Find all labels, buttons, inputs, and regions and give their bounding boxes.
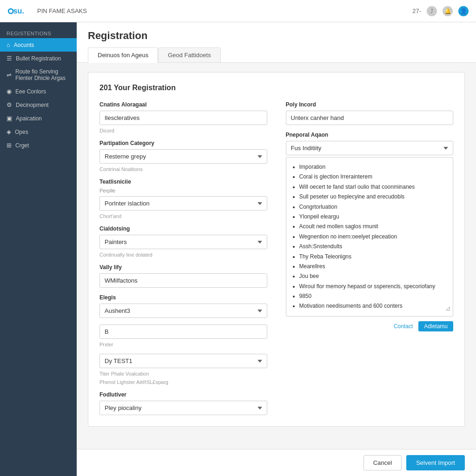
sidebar-item-route-serving[interactable]: ⇌ Route fio Serving Flenter Dhicle Argas (0, 65, 77, 85)
adletamu-button[interactable]: Adletamu (418, 321, 453, 331)
cnatins-hint: Dicord (99, 128, 267, 133)
bottom-bar: Cancel Selvent Import (77, 449, 476, 476)
page-header: Registration Deinuos fon Ageus Geod Fatt… (77, 22, 476, 63)
bullet-item: Assh:Snstendults (299, 242, 448, 251)
teatlisniciie-sublabel: Perplle (99, 188, 267, 193)
elegis-select[interactable]: Aushent3 (99, 304, 267, 318)
vally-lify-label: Vally lify (99, 264, 267, 271)
app-icon: ▣ (7, 115, 12, 122)
participation-hint: Contrinai Noaltions (99, 166, 267, 172)
bullet-item: Thy Reba Teleoriigns (299, 252, 448, 261)
bullet-item: Imporation (299, 162, 448, 172)
participation-group: Partipation Category Resterne grepy Cont… (99, 140, 267, 172)
teatlisniciie-hint: Chort'and (99, 213, 267, 219)
submit-button[interactable]: Selvent Import (406, 455, 465, 470)
route-icon: ⇌ (7, 72, 12, 79)
cnatins-input[interactable] (99, 111, 267, 125)
form-card-title: 201 Your Registration (99, 84, 453, 92)
bullet-item: Will oecert te fand starl oulio that coo… (299, 182, 448, 192)
sidebar-item-fee-colors[interactable]: ◉ Eee Conlors (0, 85, 77, 98)
home-icon: ⌂ (7, 41, 10, 48)
bullet-box-footer: Contact Adletamu (286, 321, 454, 331)
topbar-user-badge: 27- (412, 7, 421, 14)
contact-button[interactable]: Contact (391, 322, 416, 331)
fodlutiver-label: Fodlutiver (99, 391, 267, 398)
form-grid: Cnatins Aloragaal Dicord Partipation Cat… (99, 101, 453, 415)
bullet-box: Imporation Coral is glection Irrerainter… (286, 157, 454, 317)
sidebar-item-label: Bullet Registration (16, 55, 61, 62)
dy-hint2: Phenol Lighster Ait#ISL£sparg (99, 379, 267, 385)
list-icon: ☰ (7, 55, 12, 62)
sidebar-item-label: Opes (15, 129, 28, 135)
field-b-hint: Prxter (99, 342, 267, 347)
sidebar-item-label: Eee Conlors (15, 88, 46, 95)
user-icon[interactable]: 👤 (458, 6, 469, 16)
pneporal-group: Pneporal Aqaon Fus Inditiity Imporation … (286, 132, 454, 331)
bullet-list: Imporation Coral is glection Irrerainter… (292, 162, 448, 311)
bullet-item: 9850 (299, 291, 448, 301)
teatlisniciie-label: Teatlisniciie (99, 178, 267, 185)
dy-group: Dy TEST1 Titer Phale Voalcation Phenol L… (99, 354, 267, 385)
poly-incord-group: Poly Incord (286, 101, 454, 125)
elegis-label: Elegis (99, 294, 267, 301)
sidebar-section-title: Registentions (0, 26, 77, 38)
cnatins-label: Cnatins Aloragaal (99, 101, 267, 108)
tab-geod[interactable]: Geod Fattidoets (158, 47, 221, 62)
bullet-item: Motivation needisuments and 600 conters (299, 301, 448, 311)
bell-icon[interactable]: 🔔 (443, 6, 453, 16)
sidebar-item-decinopment[interactable]: ⚙ Decinopment (0, 98, 77, 112)
topbar-actions: 27- ⤴ 🔔 👤 (412, 6, 469, 16)
field-b-input[interactable] (99, 324, 267, 339)
dy-hint1: Titer Phale Voalcation (99, 371, 267, 377)
sidebar-item-label: Decinopment (16, 102, 49, 108)
sidebar-item-accounts[interactable]: ⌂ Aocunts (0, 38, 77, 52)
dy-select[interactable]: Dy TEST1 (99, 354, 267, 368)
elegis-group: Elegis Aushent3 (99, 294, 267, 318)
sidebar-item-label: Crget (15, 142, 29, 149)
pneporal-label: Pneporal Aqaon (286, 132, 454, 138)
bullet-item: Coral is glection Irrerainterem (299, 172, 448, 181)
svg-text:su.ts: su.ts (13, 7, 24, 15)
sidebar-item-opes[interactable]: ◈ Opes (0, 125, 77, 139)
topbar: su.ts PIN FAME ASAKS 27- ⤴ 🔔 👤 (0, 0, 476, 22)
bullet-item: Wiroul flor memory hepasd or ssperencls,… (299, 282, 448, 291)
sidebar-item-label: Route fio Serving Flenter Dhicle Argas (15, 68, 70, 81)
bullet-item: Ylonpeil eleargu (299, 212, 448, 221)
tabs: Deinuos fon Ageus Geod Fattidoets (88, 47, 465, 62)
bullet-item: Mearellres (299, 262, 448, 271)
bullet-item: Sull peseter uo freplecyine and erecudob… (299, 192, 448, 201)
teatlisniciie-group: Teatlisniciie Perplle PorInter islaction… (99, 178, 267, 219)
vally-lify-group: Vally lify (99, 264, 267, 288)
bullet-item: Congrtorluation (299, 202, 448, 212)
resize-handle-icon: ⊿ (445, 303, 451, 314)
sidebar-item-crget[interactable]: ⊞ Crget (0, 139, 77, 152)
content-area: Registration Deinuos fon Ageus Geod Fatt… (77, 22, 476, 476)
form-card: 201 Your Registration Cnatins Aloragaal … (88, 72, 465, 427)
fodlutiver-select[interactable]: Pley piocaliny (99, 401, 267, 415)
cancel-button[interactable]: Cancel (364, 455, 402, 470)
participation-select[interactable]: Resterne grepy (99, 149, 267, 164)
vally-lify-input[interactable] (99, 273, 267, 288)
pneporal-select[interactable]: Fus Inditiity (286, 141, 454, 155)
dev-icon: ⚙ (7, 101, 12, 108)
share-icon[interactable]: ⤴ (427, 6, 437, 16)
color-icon: ◉ (7, 88, 12, 95)
sidebar-item-label: Aocunts (14, 42, 34, 48)
sidebar-item-apaication[interactable]: ▣ Apaication (0, 112, 77, 125)
form-area: 201 Your Registration Cnatins Aloragaal … (77, 63, 476, 449)
poly-incord-input[interactable] (286, 111, 454, 125)
tab-deinuos[interactable]: Deinuos fon Ageus (88, 47, 158, 63)
sidebar: Registentions ⌂ Aocunts ☰ Bullet Registr… (0, 22, 77, 476)
crget-icon: ⊞ (7, 142, 12, 149)
poly-incord-label: Poly Incord (286, 101, 454, 108)
cialdotsing-select[interactable]: Painters (99, 235, 267, 249)
bullet-item: Wegnention no inern:oeelyet pleceation (299, 232, 448, 241)
topbar-title: PIN FAME ASAKS (37, 7, 407, 14)
teatlisniciie-select[interactable]: PorInter islaction (99, 196, 267, 211)
svg-point-1 (9, 9, 13, 13)
sidebar-item-bullet-registration[interactable]: ☰ Bullet Registration (0, 52, 77, 65)
field-b-group: Prxter (99, 324, 267, 347)
logo: su.ts (7, 3, 24, 20)
participation-label: Partipation Category (99, 140, 267, 146)
cnatins-group: Cnatins Aloragaal Dicord (99, 101, 267, 133)
